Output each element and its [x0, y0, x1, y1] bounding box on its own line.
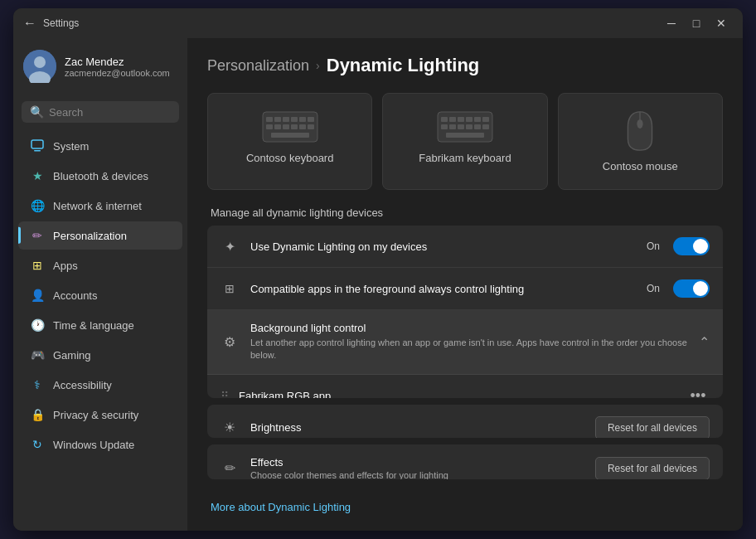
- user-email: zacmendez@outlook.com: [65, 68, 170, 78]
- system-label: System: [53, 140, 89, 153]
- setting-row-brightness: ☀ Brightness Reset for all devices: [207, 405, 723, 439]
- more-about-link[interactable]: More about Dynamic Lighting: [211, 501, 351, 513]
- search-input[interactable]: [49, 106, 187, 119]
- nav-item-gaming[interactable]: 🎮 Gaming: [18, 341, 182, 369]
- window-title: Settings: [43, 17, 79, 29]
- breadcrumb-parent[interactable]: Personalization: [207, 57, 309, 75]
- gaming-label: Gaming: [53, 349, 91, 362]
- svg-rect-13: [274, 124, 281, 129]
- svg-rect-10: [299, 117, 306, 122]
- dynamic-lighting-icon: ✦: [220, 237, 239, 255]
- privacy-label: Privacy & security: [53, 409, 138, 421]
- svg-rect-27: [449, 124, 456, 129]
- back-icon[interactable]: ←: [23, 16, 36, 31]
- svg-rect-4: [34, 150, 41, 152]
- breadcrumb-current: Dynamic Lighting: [327, 55, 480, 76]
- svg-rect-15: [291, 124, 298, 129]
- time-label: Time & language: [53, 319, 134, 332]
- nav-item-apps[interactable]: ⊞ Apps: [18, 251, 182, 279]
- svg-rect-6: [266, 117, 273, 122]
- dynamic-lighting-toggle-label: On: [647, 240, 660, 252]
- svg-point-1: [34, 56, 46, 68]
- svg-rect-25: [482, 117, 489, 122]
- keyboard-icon: [261, 110, 319, 143]
- avatar: [23, 50, 56, 83]
- settings-section-effects: ✏ Effects Choose color themes and effect…: [207, 444, 723, 479]
- drag-icon-fabrikam[interactable]: ⠿: [220, 390, 229, 398]
- windows-update-label: Windows Update: [53, 439, 134, 451]
- svg-rect-26: [441, 124, 448, 129]
- maximize-button[interactable]: □: [685, 13, 708, 33]
- mouse-icon: [623, 110, 657, 152]
- device-name-fabrikam-keyboard: Fabrikam keyboard: [419, 152, 511, 164]
- svg-rect-3: [32, 140, 43, 148]
- svg-rect-20: [441, 117, 448, 122]
- nav-item-accounts[interactable]: 👤 Accounts: [18, 281, 182, 309]
- bg-control-title: Background light control: [250, 322, 699, 334]
- user-profile[interactable]: Zac Mendez zacmendez@outlook.com: [13, 38, 187, 95]
- svg-rect-21: [449, 117, 456, 122]
- compatible-apps-text: Compatible apps in the foreground always…: [250, 283, 647, 295]
- effects-icon: ✏: [220, 459, 239, 478]
- accounts-icon: 👤: [30, 288, 45, 303]
- svg-rect-28: [458, 124, 464, 129]
- nav-item-windows-update[interactable]: ↻ Windows Update: [18, 430, 182, 459]
- nav-item-accessibility[interactable]: ⚕ Accessibility: [18, 371, 182, 399]
- breadcrumb-arrow: ›: [316, 59, 320, 72]
- device-cards: Contoso keyboard: [207, 93, 723, 190]
- user-info: Zac Mendez zacmendez@outlook.com: [65, 56, 170, 78]
- device-card-contoso-keyboard[interactable]: Contoso keyboard: [207, 93, 372, 190]
- personalization-icon: ✏: [30, 228, 45, 243]
- compatible-apps-label: Compatible apps in the foreground always…: [250, 283, 647, 295]
- nav-item-bluetooth[interactable]: ★ Bluetooth & devices: [18, 162, 182, 190]
- setting-row-effects: ✏ Effects Choose color themes and effect…: [207, 444, 723, 479]
- svg-rect-16: [299, 124, 306, 129]
- device-card-contoso-mouse[interactable]: Contoso mouse: [558, 93, 723, 190]
- device-name-contoso-mouse: Contoso mouse: [603, 160, 678, 172]
- network-label: Network & internet: [53, 200, 142, 212]
- close-button[interactable]: ✕: [710, 13, 733, 33]
- compatible-apps-toggle-wrapper: On: [647, 279, 710, 298]
- settings-section-main: ✦ Use Dynamic Lighting on my devices On …: [207, 226, 723, 398]
- dynamic-lighting-toggle-wrapper: On: [647, 237, 710, 255]
- personalization-label: Personalization: [53, 230, 127, 242]
- bg-control-icon: ⚙: [220, 333, 239, 351]
- fabrikam-keyboard-icon: [436, 110, 494, 143]
- chevron-up-icon[interactable]: ⌃: [699, 334, 710, 350]
- nav-item-network[interactable]: 🌐 Network & internet: [18, 192, 182, 220]
- brightness-label: Brightness: [250, 421, 595, 434]
- search-box[interactable]: 🔍: [22, 101, 179, 123]
- windows-update-icon: ↻: [30, 437, 45, 452]
- effects-reset-button[interactable]: Reset for all devices: [595, 457, 710, 479]
- toggle-knob-2: [693, 281, 708, 296]
- user-name: Zac Mendez: [65, 56, 170, 68]
- brightness-reset-button[interactable]: Reset for all devices: [595, 416, 710, 439]
- svg-rect-32: [446, 133, 484, 138]
- svg-rect-11: [308, 117, 314, 122]
- search-icon: 🔍: [30, 105, 44, 119]
- bluetooth-icon: ★: [30, 168, 45, 183]
- time-icon: 🕐: [30, 318, 45, 333]
- setting-row-compatible-apps: ⊞ Compatible apps in the foreground alwa…: [207, 268, 723, 310]
- app-row-fabrikam-rgb: ⠿ Fabrikam RGB app •••: [207, 375, 723, 398]
- svg-rect-9: [291, 117, 298, 122]
- dynamic-lighting-label: Use Dynamic Lighting on my devices: [250, 240, 647, 253]
- toggle-knob: [693, 239, 708, 254]
- nav-item-privacy[interactable]: 🔒 Privacy & security: [18, 401, 182, 429]
- titlebar-left: ← Settings: [23, 16, 79, 31]
- fabrikam-more-button[interactable]: •••: [686, 385, 710, 398]
- minimize-button[interactable]: ─: [660, 13, 683, 33]
- gaming-icon: 🎮: [30, 347, 45, 362]
- svg-rect-17: [308, 124, 314, 129]
- device-card-fabrikam-keyboard[interactable]: Fabrikam keyboard: [382, 93, 547, 190]
- nav-item-system[interactable]: System: [18, 132, 182, 160]
- svg-rect-22: [458, 117, 464, 122]
- dynamic-lighting-toggle[interactable]: [673, 237, 710, 255]
- nav-item-personalization[interactable]: ✏ Personalization: [18, 221, 182, 250]
- compatible-apps-toggle[interactable]: [673, 279, 710, 298]
- network-icon: 🌐: [30, 198, 45, 213]
- titlebar: ← Settings ─ □ ✕: [13, 8, 743, 38]
- bg-control-content: Background light control Let another app…: [250, 322, 699, 362]
- svg-rect-29: [466, 124, 472, 129]
- nav-item-time[interactable]: 🕐 Time & language: [18, 311, 182, 339]
